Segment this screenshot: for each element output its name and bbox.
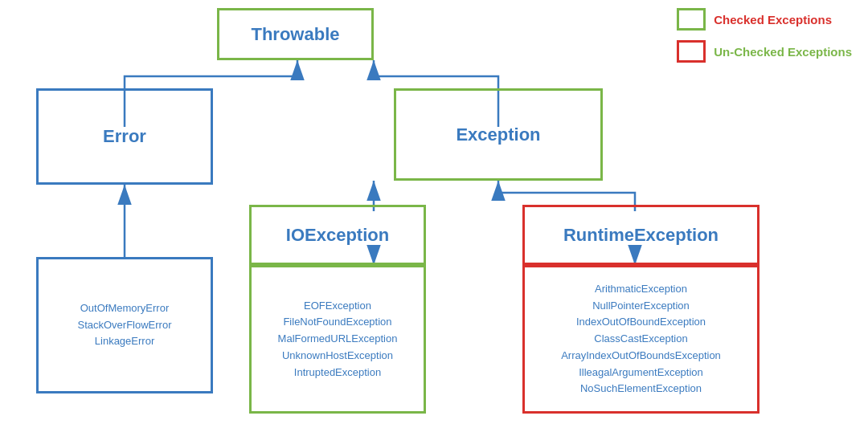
list-item: OutOfMemoryError (77, 300, 171, 317)
list-item: FileNotFoundException (278, 314, 398, 331)
ioexception-children-box: EOFException FileNotFoundException MalFo… (249, 265, 426, 414)
error-box: Error (36, 88, 213, 185)
runtime-children-box: ArithmaticException NullPointerException… (522, 265, 760, 414)
exception-label: Exception (456, 124, 540, 145)
legend-unchecked: Un-Checked Exceptions (677, 40, 852, 63)
legend-checked-box (677, 8, 706, 31)
diagram-container: Throwable Error Exception IOException Ru… (0, 0, 868, 424)
list-item: IlleagalArgumentException (561, 365, 721, 381)
list-item: IndexOutOfBoundException (561, 314, 721, 331)
legend-unchecked-box (677, 40, 706, 63)
runtime-exception-box: RuntimeException (522, 205, 760, 265)
legend-unchecked-label: Un-Checked Exceptions (714, 45, 852, 59)
ioexception-box: IOException (249, 205, 426, 265)
ioexception-label: IOException (286, 225, 389, 246)
legend: Checked Exceptions Un-Checked Exceptions (677, 8, 852, 63)
list-item: MalFormedURLException (278, 331, 398, 348)
legend-checked: Checked Exceptions (677, 8, 852, 31)
list-item: ArrayIndexOutOfBoundsException (561, 348, 721, 365)
runtime-exception-label: RuntimeException (563, 225, 719, 246)
error-children-list: OutOfMemoryError StackOverFlowError Link… (77, 300, 171, 350)
throwable-label: Throwable (251, 24, 339, 45)
legend-checked-label: Checked Exceptions (714, 13, 832, 26)
list-item: StackOverFlowError (77, 317, 171, 334)
throwable-box: Throwable (217, 8, 374, 60)
list-item: NullPointerException (561, 298, 721, 315)
list-item: NoSuchElementException (561, 381, 721, 398)
list-item: EOFException (278, 298, 398, 315)
list-item: ClassCastException (561, 331, 721, 348)
ioexception-children-list: EOFException FileNotFoundException MalFo… (278, 298, 398, 381)
error-label: Error (103, 126, 146, 147)
exception-box: Exception (394, 88, 603, 181)
list-item: LinkageError (77, 333, 171, 350)
runtime-children-list: ArithmaticException NullPointerException… (561, 281, 721, 398)
list-item: ArithmaticException (561, 281, 721, 298)
error-children-box: OutOfMemoryError StackOverFlowError Link… (36, 257, 213, 393)
list-item: UnknownHostException (278, 348, 398, 365)
list-item: IntruptedException (278, 365, 398, 381)
